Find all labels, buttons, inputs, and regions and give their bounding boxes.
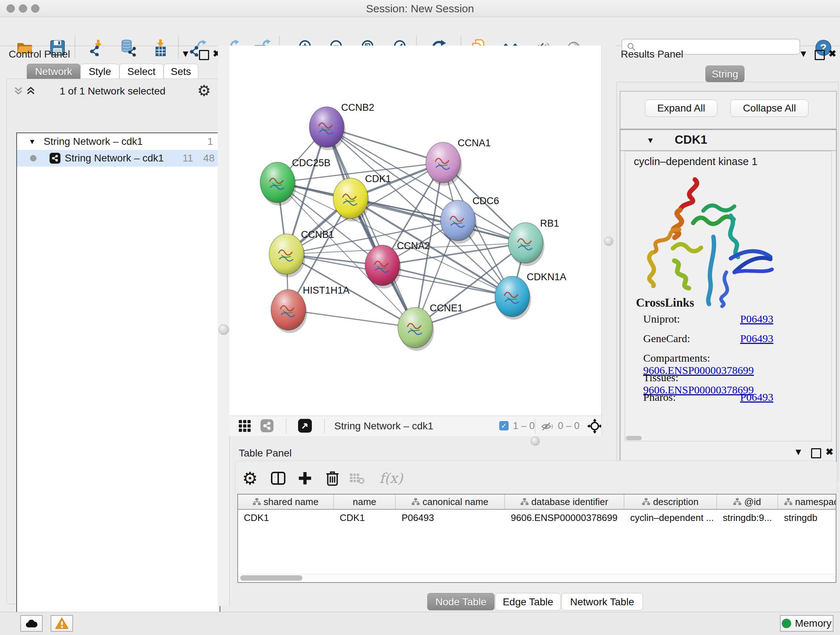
bar-separator (286, 419, 286, 433)
expand-all-button[interactable]: Expand All (645, 100, 717, 117)
table-gear-button[interactable]: ⚙ (239, 467, 261, 489)
network-node-ccnb2[interactable] (309, 107, 346, 150)
table-hscrollbar[interactable] (238, 574, 836, 582)
node-section-header[interactable]: ▼ CDK1 (621, 130, 836, 151)
results-panel-close-icon[interactable]: ✖ (829, 49, 836, 59)
column-header-namespace[interactable]: namespace (778, 494, 836, 509)
collection-expand-arrow-icon[interactable]: ▼ (28, 138, 36, 146)
table-cell: stringdb:9... (717, 512, 778, 524)
network-node-ccna2[interactable] (365, 245, 401, 288)
results-panel-maximize-icon[interactable] (815, 50, 825, 60)
birdseye-icon[interactable] (298, 419, 312, 432)
table-cell: 9606.ENSP00000378699 (505, 512, 624, 524)
crosshair-icon[interactable] (587, 418, 603, 434)
collection-label: String Network – cdk1 (44, 136, 143, 147)
titlebar: Session: New Session (0, 0, 840, 17)
table-row[interactable]: CDK1CDK1P064939606.ENSP00000378699cyclin… (238, 510, 836, 526)
network-tab-panel: 1 of 1 Network selected ⚙ ▼ String Netwo… (6, 79, 218, 604)
status-bar: Memory (0, 612, 840, 635)
network-node-ccna1[interactable] (426, 142, 462, 186)
node-description: cyclin–dependent kinase 1 (634, 156, 758, 168)
delete-column-button[interactable] (322, 467, 343, 489)
tab-node-table[interactable]: Node Table (427, 593, 494, 610)
network-node-count: 11 (183, 152, 193, 164)
right-splitter[interactable] (601, 46, 615, 435)
table-cell: stringdb (778, 512, 836, 524)
node-label-ccne1: CCNE1 (430, 302, 463, 314)
column-header-shared-name[interactable]: shared name (238, 494, 334, 509)
network-node-cdk1[interactable] (333, 178, 369, 222)
tab-network-table[interactable]: Network Table (561, 593, 643, 610)
bottom-splitter-handle[interactable] (531, 437, 540, 446)
table-panel-maximize-icon[interactable] (811, 448, 821, 458)
network-node-cdc25b[interactable] (260, 162, 296, 206)
section-collapse-arrow-icon[interactable]: ▼ (646, 136, 654, 145)
crosslink-row: GeneCard:P06493 (643, 333, 828, 352)
main-toolbar: ? (0, 17, 840, 46)
network-node-cdc6[interactable] (441, 200, 477, 244)
results-scrollbar-thumb[interactable] (626, 436, 642, 440)
column-tree-icon (412, 498, 420, 505)
delete-table-button[interactable] (346, 467, 368, 489)
network-row[interactable]: String Network – cdk1 11 48 (17, 150, 219, 166)
function-builder-button[interactable]: f(x) (376, 467, 406, 489)
network-options-gear-icon[interactable]: ⚙ (197, 82, 211, 100)
table-cell: CDK1 (238, 512, 334, 524)
grid-view-icon[interactable] (239, 420, 251, 432)
network-canvas[interactable]: CCNB2CCNA1CDC25BCDK1CDC6RB1CCNB1CCNA2CDK… (229, 46, 601, 416)
table-panel-title: Table Panel (239, 448, 292, 459)
column-header-label: name (353, 496, 376, 508)
tab-edge-table[interactable]: Edge Table (495, 593, 561, 610)
node-label-cdkn1a: CDKN1A (527, 272, 567, 282)
column-header--id[interactable]: @id (717, 494, 778, 509)
right-splitter-handle[interactable] (604, 237, 613, 246)
network-node-rb1[interactable] (508, 223, 545, 266)
columns-icon (271, 471, 286, 485)
cloud-icon (25, 619, 38, 628)
cloud-button[interactable] (20, 615, 43, 632)
selected-checkbox[interactable]: ✓ (499, 421, 508, 431)
tab-sets[interactable]: Sets (164, 64, 198, 79)
tab-string[interactable]: String (706, 65, 745, 82)
node-label-ccna1: CCNA1 (458, 138, 491, 149)
control-panel-float-icon[interactable]: ▼ (181, 49, 190, 59)
table-cell: cyclin–dependent ... (624, 512, 717, 524)
column-header-name[interactable]: name (334, 494, 396, 509)
share-view-icon[interactable] (261, 419, 273, 432)
network-collection-row[interactable]: ▼ String Network – cdk1 1 (17, 133, 219, 150)
control-panel: Control Panel ▼ ✖ Network Style Select S… (4, 46, 218, 606)
tab-select[interactable]: Select (119, 64, 164, 79)
crosslink-label: Pharos: (643, 391, 740, 403)
columns-button[interactable] (267, 467, 289, 489)
node-label-rb1: RB1 (540, 218, 559, 229)
network-node-ccne1[interactable] (398, 307, 434, 351)
crosslink-link[interactable]: P06493 (740, 313, 774, 325)
network-node-hist1h1a[interactable] (271, 290, 307, 333)
crosslink-row: Compartments:9606.ENSP00000378699 (643, 352, 828, 371)
node-label-cdk1: CDK1 (365, 173, 391, 184)
memory-button[interactable]: Memory (780, 615, 834, 632)
column-header-database-identifier[interactable]: database identifier (505, 494, 624, 509)
tab-style[interactable]: Style (80, 64, 119, 79)
table-panel-close-icon[interactable]: ✖ (826, 447, 834, 457)
results-panel-float-icon[interactable]: ▼ (799, 49, 808, 59)
network-node-ccnb1[interactable] (269, 234, 305, 277)
warning-button[interactable] (51, 615, 73, 632)
tab-network[interactable]: Network (27, 64, 80, 79)
add-column-button[interactable] (294, 467, 316, 489)
crosslink-link[interactable]: P06493 (740, 391, 774, 403)
table-panel-float-icon[interactable]: ▼ (794, 447, 803, 457)
table-hscrollbar-thumb[interactable] (240, 575, 302, 581)
control-panel-maximize-icon[interactable] (199, 50, 209, 60)
crosslink-link[interactable]: P06493 (740, 333, 774, 344)
left-splitter-handle[interactable] (218, 325, 229, 335)
collapse-all-button[interactable]: Collapse All (730, 100, 808, 117)
column-header-description[interactable]: description (624, 494, 717, 509)
network-node-cdkn1a[interactable] (495, 276, 531, 320)
crosslink-row: Tissues:9606.ENSP00000378699 (643, 371, 828, 391)
column-header-label: canonical name (423, 496, 488, 508)
column-header-canonical-name[interactable]: canonical name (396, 494, 505, 509)
left-splitter[interactable] (218, 46, 230, 606)
string-network-badge-icon (50, 153, 60, 164)
node-label-ccnb2: CCNB2 (341, 102, 374, 113)
